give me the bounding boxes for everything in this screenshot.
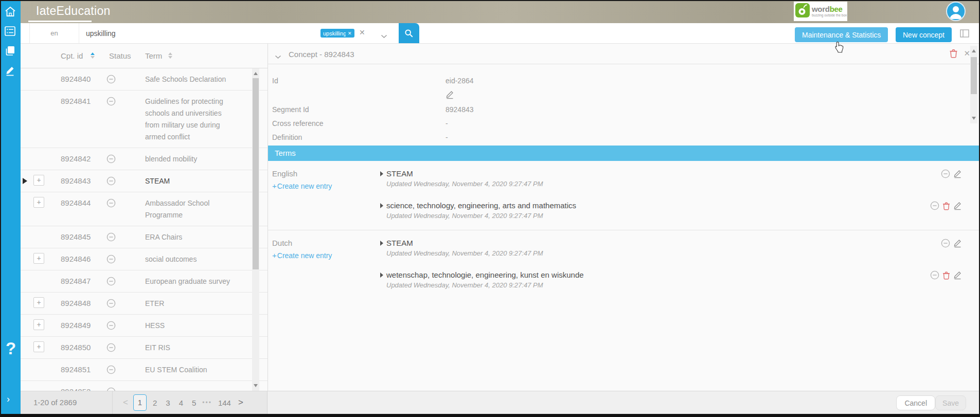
- concept-id-cell: 8924849: [61, 319, 91, 331]
- status-icon: [106, 255, 116, 264]
- search-input[interactable]: [85, 23, 313, 44]
- list-item[interactable]: 8924851EU STEM Coalition: [21, 359, 268, 381]
- list-item[interactable]: 8924847European graduate survey: [21, 270, 268, 293]
- search-filter-tag[interactable]: upskilling ✕: [320, 29, 354, 38]
- edit-term-icon[interactable]: [953, 239, 962, 248]
- next-page-button[interactable]: >: [237, 397, 244, 408]
- status-icon: [106, 365, 116, 374]
- expand-button[interactable]: +: [33, 253, 44, 264]
- language-section: Dutch+Create new entrySTEAMUpdated Wedne…: [268, 230, 980, 299]
- expand-term-icon: [380, 241, 383, 246]
- expand-button[interactable]: +: [33, 297, 44, 308]
- language-selector[interactable]: en: [29, 23, 79, 43]
- language-section: English+Create new entrySTEAMUpdated Wed…: [268, 161, 980, 230]
- list-item[interactable]: +8924846social outcomes: [21, 248, 268, 270]
- term-entry-label[interactable]: wetenschap, technologie, engineering, ku…: [380, 270, 918, 279]
- new-concept-button[interactable]: New concept: [896, 27, 952, 42]
- edit-term-icon[interactable]: [953, 169, 962, 178]
- search-button[interactable]: [399, 23, 419, 43]
- term-entry-label[interactable]: STEAM: [380, 169, 918, 178]
- list-item[interactable]: +8924843STEAM: [21, 170, 268, 192]
- list-item[interactable]: +8924848ETER: [21, 293, 268, 315]
- clear-search-icon[interactable]: ✕: [359, 28, 365, 37]
- delete-term-icon[interactable]: [942, 202, 950, 210]
- term-updated-timestamp: Updated Wednesday, November 4, 2020 9:27…: [386, 180, 918, 188]
- documents-icon[interactable]: [5, 45, 15, 58]
- home-icon[interactable]: [5, 6, 16, 19]
- list-item[interactable]: 8924852: [21, 381, 268, 391]
- page-button[interactable]: 5: [189, 398, 199, 407]
- page-ellipsis[interactable]: •••: [202, 399, 212, 406]
- collapse-concept-chevron-icon[interactable]: [275, 52, 281, 61]
- logo-wordmark: wordbee: [812, 5, 847, 13]
- remove-term-icon[interactable]: [941, 239, 950, 248]
- prev-page-button[interactable]: <: [121, 397, 130, 408]
- sort-cpt-id-icon[interactable]: [91, 52, 95, 59]
- term-entry-label[interactable]: STEAM: [380, 239, 918, 247]
- status-icon: [106, 277, 116, 286]
- scroll-down-icon[interactable]: [972, 117, 976, 120]
- scrollbar-thumb[interactable]: [253, 78, 259, 269]
- concept-list: 8924840Safe Schools Declaration8924841Gu…: [21, 68, 268, 391]
- list-view-icon[interactable]: [5, 26, 15, 38]
- edit-id-icon[interactable]: [446, 90, 454, 99]
- list-footer: 1-20 of 2869 <12345•••144>: [21, 391, 268, 414]
- edit-term-icon[interactable]: [953, 201, 962, 210]
- create-new-entry-link[interactable]: +Create new entry: [272, 251, 332, 260]
- concept-id-cell: 8924845: [61, 231, 91, 243]
- search-dropdown-chevron-icon[interactable]: [381, 31, 387, 41]
- expand-button[interactable]: +: [33, 341, 44, 352]
- page-button[interactable]: 3: [163, 398, 172, 407]
- logo-tagline: buzzing outside the box: [812, 14, 847, 17]
- page-button-last[interactable]: 144: [216, 398, 234, 407]
- remove-term-icon[interactable]: [930, 270, 939, 280]
- list-item[interactable]: 8924841Guidelines for protecting schools…: [21, 90, 268, 148]
- list-item[interactable]: +8924844Ambassador School Programme: [21, 192, 268, 226]
- tag-close-icon[interactable]: ✕: [348, 31, 352, 36]
- user-avatar[interactable]: [946, 2, 966, 21]
- save-button[interactable]: Save: [935, 395, 966, 410]
- scroll-up-icon[interactable]: [254, 72, 258, 75]
- scroll-up-icon[interactable]: [972, 49, 976, 52]
- terms-languages: English+Create new entrySTEAMUpdated Wed…: [268, 161, 980, 391]
- term-entries: STEAMUpdated Wednesday, November 4, 2020…: [380, 239, 918, 289]
- list-item[interactable]: 8924845ERA Chairs: [21, 226, 268, 248]
- list-item[interactable]: 8924842blended mobility: [21, 148, 268, 170]
- concept-id-cell: 8924847: [61, 275, 91, 287]
- cancel-button[interactable]: Cancel: [896, 395, 935, 410]
- concept-panel: Concept - 8924843 ✕ Ideid-2864Segment Id…: [268, 44, 980, 391]
- column-header-term[interactable]: Term: [145, 51, 162, 60]
- help-icon[interactable]: ?: [6, 339, 16, 358]
- edit-pencil-icon[interactable]: [5, 65, 15, 78]
- page-button[interactable]: 4: [176, 398, 186, 407]
- term-cell: ERA Chairs: [145, 231, 238, 243]
- term-entry-label[interactable]: science, technology, engineering, arts a…: [380, 201, 918, 210]
- expand-button[interactable]: +: [33, 197, 44, 208]
- list-item[interactable]: +8924850EIT RIS: [21, 337, 268, 359]
- page-button[interactable]: 2: [150, 398, 159, 407]
- scrollbar-thumb[interactable]: [971, 57, 977, 94]
- collapse-sidebar-icon[interactable]: ›: [7, 394, 10, 405]
- page-button-current[interactable]: 1: [133, 394, 147, 411]
- remove-term-icon[interactable]: [930, 201, 939, 210]
- sort-term-icon[interactable]: [168, 52, 172, 59]
- close-concept-icon[interactable]: ✕: [964, 49, 970, 58]
- edit-term-icon[interactable]: [953, 270, 962, 280]
- delete-concept-icon[interactable]: [949, 48, 958, 60]
- column-header-cpt-id[interactable]: Cpt. id: [61, 51, 83, 60]
- remove-term-icon[interactable]: [941, 169, 950, 178]
- term-cell: EU STEM Coalition: [145, 364, 238, 376]
- scroll-down-icon[interactable]: [254, 384, 258, 387]
- delete-term-icon[interactable]: [942, 271, 950, 280]
- page-title: IateEducation: [36, 4, 111, 18]
- fields-scrollbar[interactable]: [970, 46, 977, 123]
- list-item[interactable]: 8924840Safe Schools Declaration: [21, 68, 268, 90]
- status-icon: [106, 75, 116, 84]
- create-new-entry-link[interactable]: +Create new entry: [272, 182, 332, 190]
- list-item[interactable]: +8924849HESS: [21, 315, 268, 337]
- list-scrollbar[interactable]: [252, 68, 259, 391]
- layout-panel-icon[interactable]: [960, 29, 969, 40]
- expand-button[interactable]: +: [33, 319, 44, 330]
- maintenance-statistics-button[interactable]: Maintenance & Statistics: [795, 27, 888, 42]
- expand-button[interactable]: +: [33, 175, 44, 186]
